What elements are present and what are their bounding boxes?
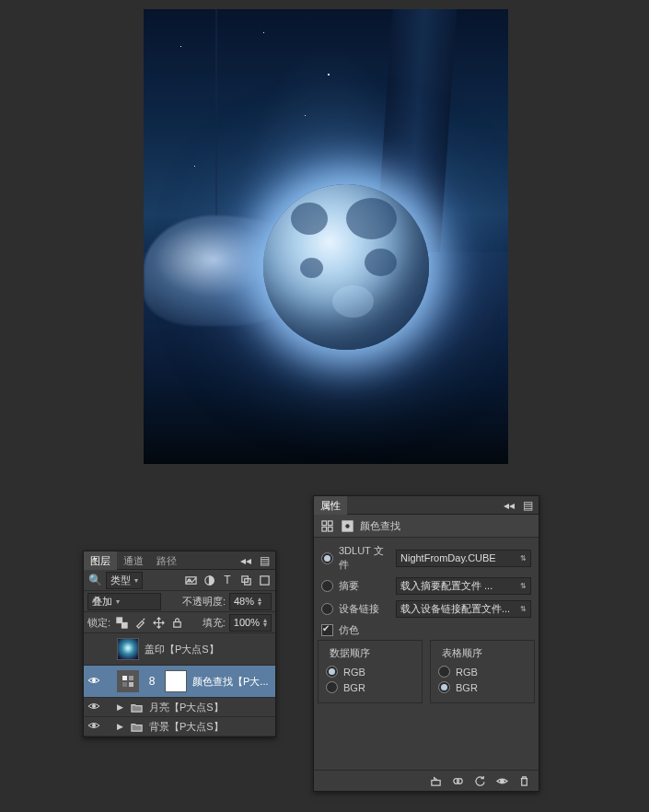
clip-icon[interactable] [428, 773, 443, 788]
layer-thumb[interactable] [117, 638, 139, 660]
visibility-toggle[interactable] [87, 700, 100, 714]
fill-field[interactable]: 100% ▴▾ [229, 614, 272, 632]
chevron-down-icon: ▾ [116, 597, 120, 606]
dither-row: 仿色 [314, 621, 539, 640]
folder-icon [129, 700, 144, 714]
table-order-group: 表格顺序 RGB BGR [430, 640, 535, 703]
devlink-label: 设备链接 [339, 602, 390, 616]
blend-mode-dropdown[interactable]: 叠加 ▾ [87, 593, 161, 610]
collapse-icon[interactable]: ◂◂ [502, 498, 516, 513]
svg-rect-22 [431, 780, 439, 785]
stepper-icon: ▴▾ [258, 597, 261, 606]
reset-icon[interactable] [472, 773, 487, 788]
properties-header: 颜色查找 [314, 515, 539, 538]
svg-point-21 [344, 523, 350, 528]
devlink-dropdown[interactable]: 载入设备链接配置文件... ⇅ [396, 600, 531, 618]
tab-properties[interactable]: 属性 [314, 496, 347, 515]
tab-layers[interactable]: 图层 [84, 551, 117, 570]
order-section: 数据顺序 RGB BGR 表格顺序 RGB BGR [314, 640, 539, 703]
lock-trans-icon[interactable] [114, 615, 129, 630]
chevron-down-icon: ▾ [134, 576, 138, 585]
filter-smart-icon[interactable] [257, 573, 272, 587]
layer-row[interactable]: ▶ 月亮【P大点S】 [84, 698, 275, 717]
layer-row[interactable]: ▶ 背景【P大点S】 [84, 717, 275, 737]
panel-title: 颜色查找 [360, 519, 400, 533]
radio-table-bgr[interactable] [438, 681, 450, 693]
devlink-row: 设备链接 载入设备链接配置文件... ⇅ [314, 597, 539, 621]
document-canvas[interactable] [144, 9, 508, 464]
search-icon[interactable]: 🔍 [87, 573, 102, 587]
filter-kind-dropdown[interactable]: 类型 ▾ [106, 572, 143, 589]
svg-rect-19 [328, 527, 332, 531]
star [263, 32, 264, 33]
svg-point-15 [92, 724, 96, 727]
visibility-icon[interactable] [494, 773, 509, 788]
layers-panel: 图层 通道 路径 ◂◂ ▤ 🔍 类型 ▾ T 叠加 ▾ 不透明度: 48% ▴▾ [83, 551, 276, 737]
radio-devlink[interactable] [321, 603, 333, 615]
star [305, 115, 306, 116]
layer-name[interactable]: 背景【P大点S】 [149, 720, 272, 734]
expand-icon[interactable]: ▶ [117, 722, 123, 731]
filter-pixel-icon[interactable] [183, 573, 198, 587]
layer-name[interactable]: 月亮【P大点S】 [149, 701, 272, 714]
moon [263, 184, 429, 350]
radio-data-rgb[interactable] [326, 666, 338, 678]
star [180, 46, 181, 47]
previous-icon[interactable] [450, 773, 465, 788]
radio-abstract[interactable] [321, 580, 333, 592]
collapse-icon[interactable]: ◂◂ [238, 553, 253, 568]
lock-paint-icon[interactable] [133, 615, 147, 630]
folder-icon [129, 719, 144, 734]
lock-move-icon[interactable] [151, 615, 166, 630]
lock-row: 锁定: 填充: 100% ▴▾ [84, 612, 275, 633]
blend-row: 叠加 ▾ 不透明度: 48% ▴▾ [84, 591, 275, 612]
tab-channels[interactable]: 通道 [117, 551, 150, 570]
grid-icon[interactable] [319, 518, 334, 533]
svg-rect-7 [122, 622, 127, 628]
fill-label: 填充: [203, 616, 226, 630]
svg-rect-18 [321, 527, 326, 531]
svg-rect-6 [116, 617, 122, 622]
panel-menu-icon[interactable]: ▤ [257, 553, 272, 568]
filter-kind-label: 类型 [110, 574, 131, 587]
lock-all-icon[interactable] [169, 615, 184, 630]
opacity-label: 不透明度: [182, 595, 226, 609]
layer-row[interactable]: 8 颜色查找【P大... [84, 666, 275, 698]
tab-paths[interactable]: 路径 [150, 551, 183, 570]
visibility-toggle[interactable] [87, 719, 100, 734]
checkbox-dither[interactable] [321, 624, 333, 636]
bgr-label: BGR [343, 682, 365, 693]
star [328, 74, 330, 75]
abstract-dropdown[interactable]: 载入摘要配置文件 ... ⇅ [396, 577, 531, 595]
adjust-icon-thumb[interactable] [117, 670, 139, 692]
radio-3dlut[interactable] [321, 552, 333, 564]
radio-table-rgb[interactable] [438, 666, 450, 678]
layer-name[interactable]: 盖印【P大点S】 [145, 643, 272, 656]
opacity-field[interactable]: 48% ▴▾ [229, 593, 272, 610]
lut-dropdown[interactable]: NightFromDay.CUBE ⇅ [396, 550, 531, 567]
svg-rect-13 [129, 682, 133, 687]
radio-data-bgr[interactable] [326, 681, 338, 693]
expand-icon[interactable]: ▶ [117, 702, 123, 712]
layers-panel-tabs: 图层 通道 路径 ◂◂ ▤ [84, 551, 275, 570]
link-icon[interactable]: 8 [145, 674, 159, 689]
svg-rect-11 [129, 676, 133, 680]
visibility-toggle[interactable] [87, 674, 100, 689]
trash-icon[interactable] [516, 773, 531, 788]
svg-point-14 [92, 704, 96, 708]
lut-row: 3DLUT 文件 NightFromDay.CUBE ⇅ [314, 541, 539, 574]
layer-name[interactable]: 颜色查找【P大... [192, 675, 272, 689]
filter-type-icon[interactable]: T [220, 573, 235, 587]
svg-point-24 [457, 778, 462, 783]
properties-tabs: 属性 ◂◂ ▤ [314, 496, 539, 515]
stepper-icon: ▴▾ [263, 618, 267, 627]
filter-shape-icon[interactable] [238, 573, 253, 587]
filter-adjust-icon[interactable] [202, 573, 216, 587]
rgb-label: RGB [343, 667, 365, 678]
chevron-updown-icon: ⇅ [520, 554, 527, 563]
panel-menu-icon[interactable]: ▤ [520, 498, 535, 513]
mask-thumb[interactable] [165, 670, 187, 692]
fill-value: 100% [234, 617, 260, 628]
layer-row[interactable]: 盖印【P大点S】 [84, 633, 275, 666]
mask-icon[interactable] [340, 518, 354, 533]
